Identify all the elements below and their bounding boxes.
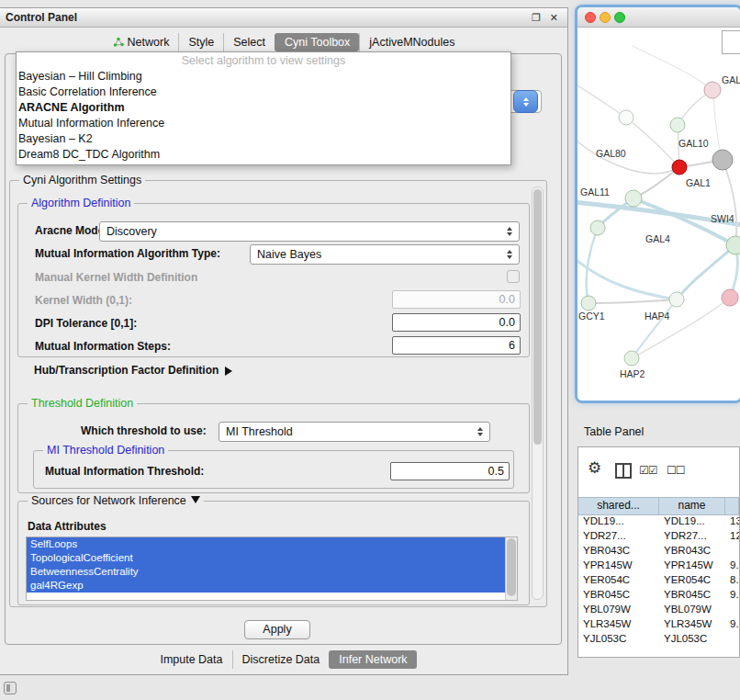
select-all-icon[interactable]: ☑☑ xyxy=(639,464,657,477)
table-row[interactable]: YBR043CYBR043C xyxy=(578,543,739,558)
hub-definition-toggle[interactable]: Hub/Transcription Factor Definition xyxy=(34,364,237,377)
control-panel-titlebar[interactable]: Control Panel ❐ ✕ xyxy=(0,8,567,28)
combo-arrows-icon xyxy=(507,247,512,262)
network-edge[interactable] xyxy=(632,298,730,358)
minimize-traffic-light-icon[interactable] xyxy=(600,12,611,23)
network-node[interactable] xyxy=(625,190,642,207)
network-canvas[interactable]: GALGAL80GAL10GAL11GAL1SWI4GAL4GCY1HAP4HA… xyxy=(577,28,740,401)
algorithm-option[interactable]: Bayesian – Hill Climbing xyxy=(17,69,510,85)
float-window-icon[interactable]: ❐ xyxy=(532,12,541,24)
table-row[interactable]: YBL079WYBL079W xyxy=(578,602,739,616)
network-node[interactable] xyxy=(619,110,633,125)
settings-scrollbar[interactable] xyxy=(532,186,544,600)
mi-type-select[interactable]: Naive Bayes xyxy=(250,244,520,265)
table-row[interactable]: YLR345WYLR345W9. xyxy=(578,616,739,631)
table-cell xyxy=(725,631,739,646)
table-row[interactable]: YPR145WYPR145W9. xyxy=(578,558,739,572)
table-row[interactable]: YBR045CYBR045C9. xyxy=(578,587,739,602)
data-attributes-list[interactable]: SelfLoops TopologicalCoefficient Between… xyxy=(26,536,518,601)
table-cell: YLR345W xyxy=(659,616,725,631)
node-label: GCY1 xyxy=(578,310,605,322)
docked-panel-icon[interactable] xyxy=(4,682,17,694)
sources-toggle[interactable]: Sources for Network Inference xyxy=(28,494,204,508)
network-node[interactable] xyxy=(590,220,605,235)
algorithm-option[interactable]: Mutual Information Inference xyxy=(17,116,510,131)
algorithm-select-spinner-icon[interactable] xyxy=(513,90,538,113)
manual-kernel-checkbox[interactable] xyxy=(507,270,520,283)
settings-scrollbar-thumb[interactable] xyxy=(533,189,542,445)
mi-threshold-input[interactable]: 0.5 xyxy=(390,462,510,480)
kernel-width-input[interactable]: 0.0 xyxy=(392,290,521,309)
dpi-tolerance-label: DPI Tolerance [0,1]: xyxy=(35,317,137,330)
attribute-item-selected[interactable]: TopologicalCoefficient xyxy=(27,551,506,565)
algorithm-option[interactable]: Bayesian – K2 xyxy=(17,131,510,147)
expand-arrow-icon xyxy=(225,367,237,376)
tab-network[interactable]: Network xyxy=(104,33,179,51)
table-cell: YPR145W xyxy=(578,558,659,572)
algorithm-option[interactable]: Basic Correlation Inference xyxy=(17,85,510,100)
network-node[interactable] xyxy=(712,150,733,170)
columns-icon[interactable] xyxy=(615,463,632,479)
aracne-mode-select[interactable]: Discovery xyxy=(99,221,520,242)
tab-jactivemnodules[interactable]: jActiveMNodules xyxy=(359,33,464,51)
which-threshold-select[interactable]: MI Threshold xyxy=(219,422,490,442)
network-edge[interactable] xyxy=(633,46,712,90)
attributes-scrollbar[interactable] xyxy=(505,537,517,600)
network-node[interactable] xyxy=(672,160,687,175)
algorithm-option[interactable]: Dream8 DC_TDC Algorithm xyxy=(17,147,510,163)
network-edge[interactable] xyxy=(589,299,677,303)
column-header-name[interactable]: name xyxy=(659,498,725,514)
column-header-clipped[interactable] xyxy=(725,498,739,514)
mi-steps-label: Mutual Information Steps: xyxy=(35,340,171,353)
apply-button[interactable]: Apply xyxy=(244,620,310,639)
close-traffic-light-icon[interactable] xyxy=(585,12,596,23)
tab-select[interactable]: Select xyxy=(223,33,275,51)
network-node[interactable] xyxy=(704,82,721,98)
collapse-arrow-icon xyxy=(191,496,200,508)
dpi-tolerance-input[interactable]: 0.0 xyxy=(392,313,521,332)
network-node[interactable] xyxy=(670,118,685,132)
network-edge[interactable] xyxy=(577,257,677,299)
network-edge[interactable] xyxy=(577,83,626,118)
deselect-all-icon[interactable]: ☐☐ xyxy=(667,464,685,477)
table-cell: YLR345W xyxy=(578,616,659,631)
network-window-titlebar[interactable] xyxy=(577,7,740,28)
table-cell: YDR27... xyxy=(578,528,659,543)
window-title: Control Panel xyxy=(6,11,77,24)
attribute-item-selected[interactable]: SelfLoops xyxy=(27,537,506,551)
network-node[interactable] xyxy=(669,292,684,307)
attribute-item-selected[interactable]: BetweennessCentrality xyxy=(27,565,506,579)
zoom-traffic-light-icon[interactable] xyxy=(614,12,625,23)
network-node[interactable] xyxy=(722,289,738,306)
attributes-scrollbar-thumb[interactable] xyxy=(507,538,516,596)
gear-icon[interactable]: ⚙ xyxy=(588,460,601,476)
algorithm-definition-title: Algorithm Definition xyxy=(28,197,134,209)
tab-discretize-data[interactable]: Discretize Data xyxy=(232,650,330,669)
close-window-icon[interactable]: ✕ xyxy=(550,12,558,24)
table-row[interactable]: YDL19...YDL19...13 xyxy=(578,514,739,528)
attribute-item-selected[interactable]: gal4RGexp xyxy=(27,579,506,593)
table-row[interactable]: YJL053CYJL053C xyxy=(578,631,739,646)
network-node[interactable] xyxy=(726,236,740,254)
table-cell: YBR045C xyxy=(578,587,659,602)
mi-steps-input[interactable]: 6 xyxy=(392,336,521,355)
node-label: GAL xyxy=(722,74,740,85)
network-edge[interactable] xyxy=(577,138,679,174)
tab-style[interactable]: Style xyxy=(178,33,223,51)
algorithm-option-selected[interactable]: ARACNE Algorithm xyxy=(17,100,510,116)
network-node[interactable] xyxy=(624,351,639,366)
table-row[interactable]: YER054CYER054C8. xyxy=(578,572,739,587)
network-node[interactable] xyxy=(581,296,596,310)
tab-impute-data[interactable]: Impute Data xyxy=(151,650,231,669)
table-body: YDL19...YDL19...13YDR27...YDR27...12.YBR… xyxy=(578,514,739,646)
network-edge[interactable] xyxy=(712,90,723,160)
network-edge[interactable] xyxy=(587,228,598,303)
network-edge[interactable] xyxy=(632,299,677,358)
tab-infer-network[interactable]: Infer Network xyxy=(329,650,416,669)
column-header-shared-name[interactable]: shared... xyxy=(578,498,659,514)
tab-cyni-toolbox[interactable]: Cyni Toolbox xyxy=(275,33,359,51)
network-tool-box[interactable] xyxy=(722,30,740,54)
table-row[interactable]: YDR27...YDR27...12. xyxy=(578,528,739,543)
network-edge[interactable] xyxy=(723,160,736,245)
algorithm-dropdown-popup: Select algorithm to view settings Bayesi… xyxy=(16,51,511,165)
